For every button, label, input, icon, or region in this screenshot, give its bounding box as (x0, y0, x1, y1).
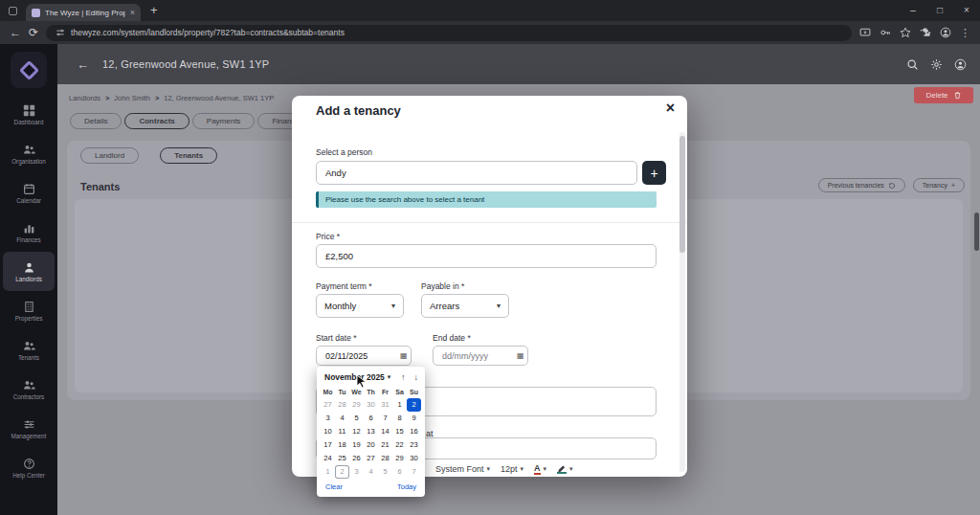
calendar-day[interactable]: 16 (407, 425, 421, 438)
sidebar-item-contractors[interactable]: Contractors (3, 369, 55, 409)
reload-icon[interactable]: ⟳ (29, 26, 38, 39)
start-date-input[interactable] (316, 346, 412, 366)
calendar-day[interactable]: 18 (335, 438, 349, 452)
delete-button[interactable]: Delete (914, 87, 973, 103)
text-color-button[interactable]: A ▾ (534, 463, 546, 475)
passkey-icon[interactable] (880, 27, 891, 38)
next-month-icon[interactable]: ↓ (414, 372, 419, 382)
calendar-icon[interactable]: ▦ (400, 351, 408, 360)
highlight-color-button[interactable]: ▾ (557, 464, 573, 474)
back-icon[interactable]: ← (10, 26, 21, 39)
sidebar-item-finances[interactable]: Finances (3, 213, 55, 252)
modal-close-icon[interactable]: × (666, 100, 675, 117)
font-size-select[interactable]: 12pt ▾ (501, 464, 523, 474)
calendar-day[interactable]: 9 (407, 412, 421, 425)
sidebar-item-management[interactable]: Management (3, 409, 55, 448)
calendar-day[interactable]: 4 (335, 412, 349, 425)
sidebar-item-landlords[interactable]: Landlords (3, 252, 55, 291)
calendar-day[interactable]: 30 (364, 398, 378, 412)
payment-term-select[interactable]: Monthly ▾ (316, 294, 404, 318)
calendar-day[interactable]: 17 (321, 438, 335, 452)
today-button[interactable]: Today (397, 482, 416, 491)
clear-button[interactable]: Clear (325, 482, 343, 491)
tab-close-icon[interactable]: × (130, 8, 135, 17)
close-window-icon[interactable]: × (953, 0, 980, 21)
search-icon[interactable] (906, 58, 919, 71)
calendar-day[interactable]: 28 (335, 398, 349, 412)
previous-tenancies-button[interactable]: Previous tenancies (818, 178, 905, 192)
new-tab-button[interactable]: + (150, 2, 158, 19)
calendar-day[interactable]: 20 (364, 438, 378, 452)
breadcrumb-item[interactable]: 12, Greenwood Avenue, SW1 1YP (164, 94, 274, 102)
calendar-day[interactable]: 19 (349, 438, 364, 452)
calendar-day[interactable]: 1 (392, 398, 407, 412)
calendar-day-today[interactable]: 2 (335, 465, 349, 479)
calendar-day[interactable]: 7 (407, 465, 421, 479)
tab-contracts[interactable]: Contracts (124, 113, 189, 129)
calendar-day[interactable]: 22 (392, 438, 407, 452)
calendar-day[interactable]: 23 (407, 438, 421, 452)
calendar-day[interactable]: 28 (378, 452, 392, 465)
subtab-tenants[interactable]: Tenants (160, 147, 217, 164)
url-bar[interactable]: thewyze.com/system/landlords/property/78… (46, 25, 852, 41)
calendar-day[interactable]: 12 (349, 425, 364, 438)
price-input[interactable] (316, 244, 657, 268)
calendar-day[interactable]: 4 (364, 465, 378, 479)
add-tenancy-button[interactable]: Tenancy + (913, 178, 965, 192)
calendar-day[interactable]: 24 (321, 452, 335, 465)
browser-tab[interactable]: The Wyze | Editing Property × (26, 4, 141, 21)
calendar-day[interactable]: 30 (407, 452, 421, 465)
breadcrumb-item[interactable]: Landlords (69, 94, 100, 102)
calendar-day[interactable]: 27 (364, 452, 378, 465)
minimize-icon[interactable]: – (900, 0, 926, 21)
page-scrollbar[interactable] (974, 213, 979, 251)
calendar-day[interactable]: 15 (392, 425, 407, 438)
sidebar-item-dashboard[interactable]: Dashboard (3, 95, 55, 134)
calendar-day[interactable]: 6 (364, 412, 378, 425)
user-avatar-icon[interactable] (954, 58, 967, 71)
previous-month-icon[interactable]: ↑ (401, 372, 406, 382)
calendar-day[interactable]: 25 (335, 452, 349, 465)
profile-avatar-icon[interactable] (940, 27, 951, 38)
sidebar-item-calendar[interactable]: Calendar (3, 173, 55, 213)
sidebar-item-organisation[interactable]: Organisation (3, 134, 55, 173)
tab-details[interactable]: Details (70, 113, 122, 129)
tab-payments[interactable]: Payments (192, 113, 256, 129)
calendar-day[interactable]: 21 (378, 438, 392, 452)
app-logo[interactable] (11, 52, 47, 88)
maximize-icon[interactable]: □ (926, 0, 953, 21)
sidebar-item-tenants[interactable]: Tenants (3, 330, 55, 369)
month-select[interactable]: November 2025 (324, 372, 385, 382)
extensions-icon[interactable] (920, 27, 931, 38)
calendar-day[interactable]: 29 (392, 452, 407, 465)
calendar-day[interactable]: 1 (321, 465, 335, 479)
calendar-day[interactable]: 10 (321, 425, 335, 438)
person-search-input[interactable] (316, 161, 637, 185)
header-back-icon[interactable]: ← (77, 57, 89, 72)
bookmark-star-icon[interactable] (900, 27, 911, 38)
sidebar-item-help-center[interactable]: Help Center (3, 448, 55, 487)
calendar-day[interactable]: 3 (321, 412, 335, 425)
calendar-day[interactable]: 5 (349, 412, 364, 425)
calendar-day[interactable]: 3 (349, 465, 364, 479)
payable-in-select[interactable]: Arrears ▾ (421, 294, 509, 318)
calendar-day[interactable]: 7 (378, 412, 392, 425)
calendar-day[interactable]: 11 (335, 425, 349, 438)
modal-scrollbar-thumb[interactable] (679, 136, 685, 253)
calendar-day[interactable]: 31 (378, 398, 392, 412)
font-family-select[interactable]: System Font ▾ (435, 464, 490, 474)
end-date-input[interactable] (433, 346, 528, 366)
calendar-day[interactable]: 13 (364, 425, 378, 438)
install-icon[interactable] (859, 27, 871, 38)
breadcrumb-item[interactable]: John Smith (114, 94, 150, 102)
calendar-day[interactable]: 8 (392, 412, 407, 425)
calendar-day[interactable]: 27 (321, 398, 335, 412)
calendar-icon[interactable]: ▦ (517, 351, 524, 360)
calendar-day[interactable]: 6 (392, 465, 407, 479)
calendar-day-selected[interactable]: 2 (407, 398, 421, 412)
add-person-button[interactable]: + (642, 161, 666, 185)
browser-menu-icon[interactable]: ⋮ (960, 27, 970, 39)
calendar-day[interactable]: 5 (378, 465, 392, 479)
calendar-day[interactable]: 29 (349, 398, 364, 412)
sidebar-item-properties[interactable]: Properties (3, 291, 55, 330)
